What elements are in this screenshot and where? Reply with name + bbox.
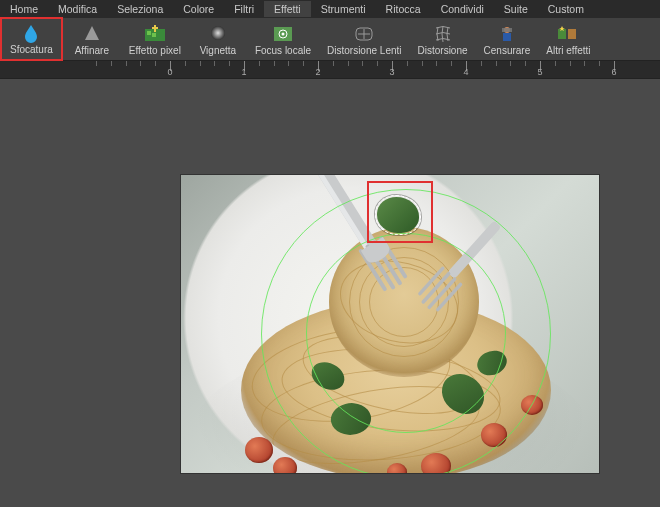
canvas-area[interactable]: [0, 79, 660, 507]
svg-rect-9: [503, 33, 511, 41]
tool-distorsione-lenti[interactable]: Distorsione Lenti: [319, 18, 409, 60]
tool-focus-locale[interactable]: Focus locale: [247, 18, 319, 60]
tool-label: Vignetta: [200, 45, 237, 56]
ruler-number: 6: [611, 67, 616, 77]
tool-affinare[interactable]: Affinare: [63, 18, 121, 60]
distortion-grid-icon: [432, 22, 454, 44]
ruler-number: 4: [463, 67, 468, 77]
ruler-number: 3: [389, 67, 394, 77]
ruler-number: 1: [241, 67, 246, 77]
menu-modifica[interactable]: Modifica: [48, 1, 107, 17]
menu-ritocca[interactable]: Ritocca: [376, 1, 431, 17]
selected-leaf-region[interactable]: [373, 193, 423, 237]
svg-rect-12: [568, 29, 576, 39]
tool-label: Focus locale: [255, 45, 311, 56]
horizontal-ruler: 0123456: [0, 61, 660, 79]
focus-local-icon: [272, 22, 294, 44]
tool-label: Altri effetti: [546, 45, 590, 56]
ruler-number: 2: [315, 67, 320, 77]
tool-label: Distorsione: [418, 45, 468, 56]
menu-condividi[interactable]: Condividi: [431, 1, 494, 17]
ruler-number: 5: [537, 67, 542, 77]
menu-effetti[interactable]: Effetti: [264, 1, 311, 17]
selection-marquee: [375, 195, 421, 235]
tool-label: Sfocatura: [10, 44, 53, 55]
menu-filtri[interactable]: Filtri: [224, 1, 264, 17]
image-canvas[interactable]: [180, 174, 600, 474]
svg-point-3: [211, 26, 225, 40]
other-effects-icon: [556, 22, 580, 44]
tool-sfocatura[interactable]: Sfocatura: [0, 17, 63, 61]
tool-label: Effetto pixel: [129, 45, 181, 56]
svg-point-6: [281, 32, 284, 35]
svg-rect-2: [152, 33, 156, 37]
vignette-dot-icon: [208, 22, 228, 44]
menubar: Home Modifica Seleziona Colore Filtri Ef…: [0, 0, 660, 18]
tool-label: Censurare: [484, 45, 531, 56]
tool-effetto-pixel[interactable]: Effetto pixel: [121, 18, 189, 60]
effects-toolbar: Sfocatura Affinare Effetto pixel Vignett…: [0, 18, 660, 61]
menu-custom[interactable]: Custom: [538, 1, 594, 17]
tool-vignetta[interactable]: Vignetta: [189, 18, 247, 60]
menu-colore[interactable]: Colore: [173, 1, 224, 17]
censor-person-icon: [497, 22, 517, 44]
svg-rect-1: [147, 31, 151, 35]
blur-drop-icon: [21, 22, 41, 43]
tool-distorsione[interactable]: Distorsione: [410, 18, 476, 60]
menu-seleziona[interactable]: Seleziona: [107, 1, 173, 17]
tool-label: Distorsione Lenti: [327, 45, 401, 56]
tool-label: Affinare: [75, 45, 109, 56]
menu-strumenti[interactable]: Strumenti: [311, 1, 376, 17]
tool-altri-effetti[interactable]: Altri effetti: [538, 18, 598, 60]
svg-rect-11: [558, 29, 566, 39]
sharpen-triangle-icon: [82, 22, 102, 44]
ruler-number: 0: [167, 67, 172, 77]
pixel-effect-icon: [144, 22, 166, 44]
tool-censurare[interactable]: Censurare: [476, 18, 539, 60]
svg-rect-10: [502, 28, 512, 32]
menu-home[interactable]: Home: [0, 1, 48, 17]
lens-distortion-icon: [353, 22, 375, 44]
menu-suite[interactable]: Suite: [494, 1, 538, 17]
